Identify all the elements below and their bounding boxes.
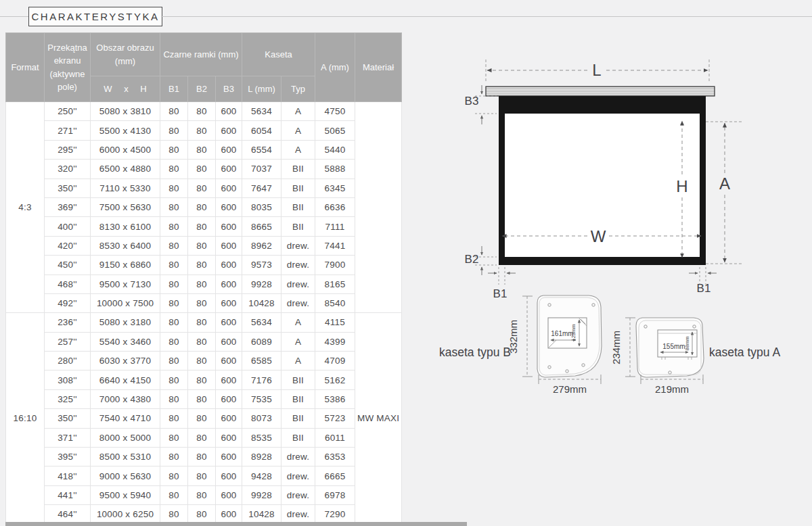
data-cell: 5723 [315,409,355,428]
data-cell: 80 [160,313,188,332]
table-row: 441''9500 x 594080806009928drew.6978 [6,485,402,504]
data-cell: 80 [188,389,216,408]
col-subheader-l-mm: L (mm) [242,76,281,102]
col-subheader-b1: B1 [160,76,188,102]
spec-table-body: 4:3250''5080 x 381080806005634A4750271''… [6,102,402,525]
data-cell: A [281,140,315,159]
data-cell: 80 [160,485,188,504]
data-cell: 80 [188,256,216,274]
data-cell: 8035 [242,197,281,216]
data-cell: 80 [188,467,216,485]
col-header-a-mm: A (mm) [315,33,355,102]
table-row: 271''5500 x 413080806006054A5065 [6,121,402,140]
data-cell: 271'' [45,121,91,140]
data-cell: 492'' [45,293,91,312]
data-cell: A [281,121,315,140]
data-cell: 8962 [242,236,281,255]
data-cell: 80 [160,467,188,485]
screen-diagram: L A H W B3 B2 [406,0,812,526]
data-cell: 4115 [315,313,355,332]
table-row: 369''7500 x 563080806008035BII6636 [6,197,402,216]
data-cell: 80 [160,102,188,121]
table-row: 350''7110 x 533080806007647BII6345 [6,178,402,197]
dim-label-b2: B2 [465,253,479,266]
data-cell: 80 [160,505,188,524]
data-cell: 6011 [315,428,355,447]
spec-table: Format Przekątna ekranu (aktywne pole) O… [5,32,402,525]
data-cell: drew. [281,236,315,255]
dim-label-l: L [592,61,601,79]
data-cell: 80 [188,121,216,140]
data-cell: 6978 [315,485,355,504]
data-cell: 450'' [45,256,91,274]
section-title-box: CHARAKTERYSTYKA [28,7,162,26]
data-cell: 10428 [242,293,281,312]
data-cell: 9500 x 7130 [91,274,160,293]
data-cell: 80 [160,448,188,467]
data-cell: drew. [281,485,315,504]
data-cell: 80 [160,217,188,236]
data-cell: 80 [188,313,216,332]
next-section-header-partial [5,522,467,526]
data-cell: drew. [281,274,315,293]
data-cell: 600 [216,217,242,236]
data-cell: BII [281,197,315,216]
data-cell: 80 [188,160,216,178]
data-cell: drew. [281,505,315,524]
table-row: 295''6000 x 450080806006554A5440 [6,140,402,159]
col-header-image-area: Obszar obrazu (mm) [91,33,160,76]
data-cell: 600 [216,409,242,428]
data-cell: 280'' [45,352,91,370]
data-cell: 80 [188,448,216,467]
data-cell: 9928 [242,274,281,293]
data-cell: 250'' [45,102,91,121]
data-cell: 80 [188,485,216,504]
data-cell: 6089 [242,332,281,351]
kaseta-a-inner-height-label: 88mm [684,337,690,351]
data-cell: drew. [281,293,315,312]
data-cell: 418'' [45,467,91,485]
col-header-diagonal: Przekątna ekranu (aktywne pole) [45,33,91,102]
data-cell: 5065 [315,121,355,140]
data-cell: 9928 [242,485,281,504]
data-cell: 600 [216,121,242,140]
data-cell: 8540 [315,293,355,312]
data-cell: 8530 x 6400 [91,236,160,255]
data-cell: 80 [188,352,216,370]
dim-label-h: H [676,177,687,195]
data-cell: A [281,332,315,351]
data-cell: 600 [216,197,242,216]
data-cell: 5080 x 3810 [91,102,160,121]
data-cell: 400'' [45,217,91,236]
data-cell: 468'' [45,274,91,293]
data-cell: 371'' [45,428,91,447]
data-cell: 600 [216,293,242,312]
data-cell: 80 [188,409,216,428]
data-cell: 7290 [315,505,355,524]
kaseta-b-width-label: 279mm [553,383,587,395]
table-row: 492''10000 x 7500808060010428drew.8540 [6,293,402,312]
data-cell: 8130 x 6100 [91,217,160,236]
table-row: 450''9150 x 686080806009573drew.7900 [6,256,402,274]
data-cell: 600 [216,140,242,159]
col-subheader-b3: B3 [216,76,242,102]
col-subheader-wxh: W x H [91,76,160,102]
col-header-format: Format [6,33,45,102]
data-cell: 4750 [315,102,355,121]
data-cell: 350'' [45,178,91,197]
data-cell: 6030 x 3770 [91,352,160,370]
data-cell: 5386 [315,389,355,408]
data-cell: 4399 [315,332,355,351]
data-cell: 6353 [315,448,355,467]
data-cell: 5634 [242,313,281,332]
data-cell: 8665 [242,217,281,236]
kaseta-a-height-label: 234mm [610,331,622,364]
col-header-kaseta: Kaseta [242,33,315,76]
data-cell: 236'' [45,313,91,332]
data-cell: 80 [160,332,188,351]
data-cell: 80 [188,332,216,351]
data-cell: 395'' [45,448,91,467]
table-row: 257''5540 x 346080806006089A4399 [6,332,402,351]
table-row: 4:3250''5080 x 381080806005634A4750 [6,102,402,121]
data-cell: BII [281,217,315,236]
